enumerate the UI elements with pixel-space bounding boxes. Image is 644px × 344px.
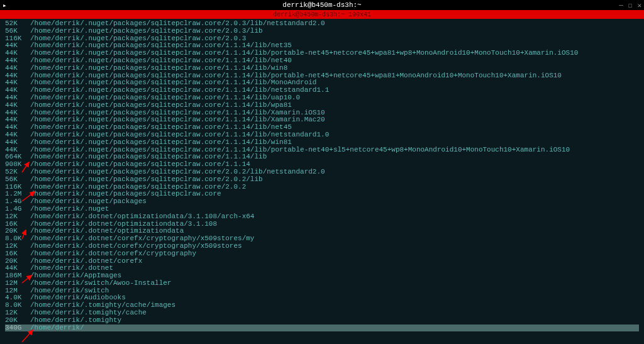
maximize-button[interactable]: ☐ — [628, 1, 633, 9]
file-path: /home/derrik/.nuget/packages/sqlitepclra… — [30, 102, 292, 109]
output-line: 1.4G/home/derrik/.nuget — [5, 206, 639, 213]
file-path: /home/derrik/.nuget/packages/sqlitepclra… — [30, 65, 287, 72]
file-size: 1.4G — [5, 206, 30, 213]
output-line: 56K/home/derrik/.nuget/packages/sqlitepc… — [5, 28, 639, 35]
arrow-annotation — [22, 330, 33, 342]
file-path: /home/derrik/.nuget/packages/sqlitepclra… — [30, 169, 325, 176]
terminal-output: 52K/home/derrik/.nuget/packages/sqlitepc… — [5, 20, 639, 325]
titlebar-left-icons: ▸ — [3, 1, 7, 9]
minimize-button[interactable]: — — [619, 1, 623, 9]
window-title: derrik@b450m-ds3h:~ — [282, 1, 361, 9]
file-size: 16K — [5, 250, 30, 258]
file-path: /home/derrik/.tomighty — [30, 317, 121, 325]
tab-label: derrik@b450m-ds3h:~ 190x41 — [273, 11, 371, 18]
app-icon: ▸ — [3, 1, 7, 9]
output-line: 20K/home/derrik/.tomighty — [5, 317, 639, 325]
file-size: 52K — [5, 169, 30, 176]
output-line: 12K/home/derrik/.dotnet/corefx/cryptogra… — [5, 243, 639, 250]
file-path: /home/derrik/.nuget/packages/sqlitepclra… — [30, 57, 292, 65]
file-path: /home/derrik/.nuget/packages/sqlitepclra… — [30, 176, 263, 184]
file-path: /home/derrik/.nuget/packages/sqlitepclra… — [30, 94, 300, 102]
file-path: /home/derrik/switch/Awoo-Installer — [30, 280, 171, 287]
file-size: 56K — [5, 176, 30, 184]
file-path: /home/derrik/.nuget/packages/sqlitepclra… — [30, 28, 263, 35]
file-path: /home/derrik/.dotnet/optimizationdata/3.… — [30, 213, 254, 221]
file-path: /home/derrik/.nuget/packages/sqlitepclra… — [30, 139, 292, 147]
file-path: /home/derrik/.nuget — [30, 206, 109, 213]
output-line: 44K/home/derrik/.nuget/packages/sqlitepc… — [5, 102, 639, 109]
file-size: 56K — [5, 28, 30, 35]
file-size: 44K — [5, 131, 30, 139]
file-size: 44K — [5, 102, 30, 109]
tab-bar[interactable]: derrik@b450m-ds3h:~ 190x41 — [0, 10, 644, 19]
output-line: 12M/home/derrik/switch/Awoo-Installer — [5, 280, 639, 287]
output-line: 44K/home/derrik/.nuget/packages/sqlitepc… — [5, 139, 639, 147]
prompt-path: /home/derrik/ — [30, 325, 84, 332]
file-path: /home/derrik/.nuget/packages/sqlitepclra… — [30, 131, 329, 139]
output-line: 44K/home/derrik/.nuget/packages/sqlitepc… — [5, 57, 639, 65]
output-line: 52K/home/derrik/.nuget/packages/sqlitepc… — [5, 169, 639, 176]
file-size: 20K — [5, 317, 30, 325]
prompt-size: 340G — [5, 325, 30, 332]
output-line: 12K/home/derrik/.dotnet/optimizationdata… — [5, 213, 639, 221]
window-titlebar: ▸ derrik@b450m-ds3h:~ — ☐ ✕ — [0, 0, 644, 10]
file-size: 12K — [5, 243, 30, 250]
close-button[interactable]: ✕ — [637, 1, 641, 9]
output-line: 16K/home/derrik/.dotnet/corefx/cryptogra… — [5, 250, 639, 258]
file-size: 12M — [5, 280, 30, 287]
terminal-viewport[interactable]: 52K/home/derrik/.nuget/packages/sqlitepc… — [0, 19, 644, 331]
file-size: 44K — [5, 65, 30, 72]
output-line: 44K/home/derrik/.nuget/packages/sqlitepc… — [5, 131, 639, 139]
file-size: 44K — [5, 139, 30, 147]
file-size: 12K — [5, 213, 30, 221]
window-controls: — ☐ ✕ — [619, 1, 641, 9]
output-line: 56K/home/derrik/.nuget/packages/sqlitepc… — [5, 176, 639, 184]
file-size: 44K — [5, 57, 30, 65]
file-size: 44K — [5, 94, 30, 102]
output-line: 44K/home/derrik/.nuget/packages/sqlitepc… — [5, 65, 639, 72]
file-path: /home/derrik/.dotnet/corefx/cryptography… — [30, 243, 242, 250]
terminal-prompt-line: 340G /home/derrik/ — [5, 325, 639, 332]
file-path: /home/derrik/.dotnet/corefx/cryptography — [30, 250, 196, 258]
output-line: 44K/home/derrik/.nuget/packages/sqlitepc… — [5, 94, 639, 102]
